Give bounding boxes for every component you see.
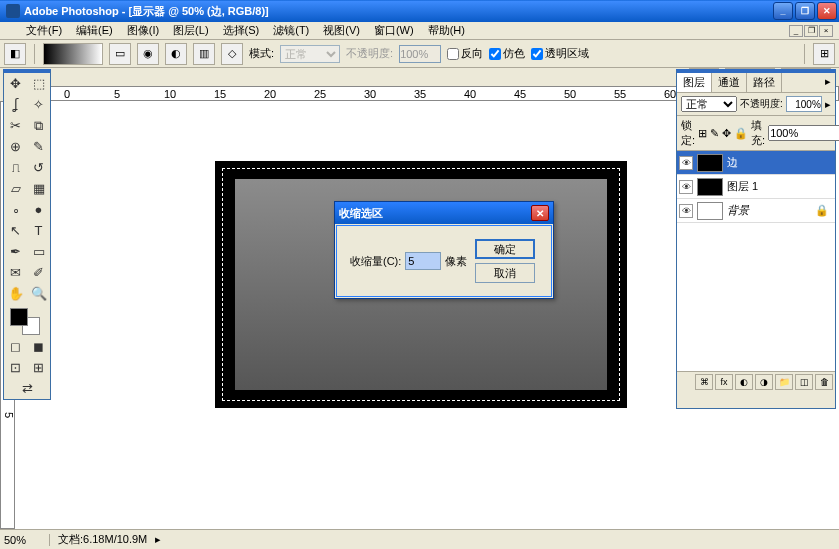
lock-pos-icon[interactable]: ✥ (722, 127, 731, 140)
tab-paths[interactable]: 路径 (747, 73, 782, 92)
maximize-button[interactable]: ❐ (795, 2, 815, 20)
mode-select[interactable]: 正常 (280, 45, 340, 63)
layer-row[interactable]: 👁 图层 1 (677, 175, 835, 199)
fx-icon[interactable]: fx (715, 374, 733, 390)
minimize-button[interactable]: _ (773, 2, 793, 20)
lock-all-icon[interactable]: 🔒 (734, 127, 748, 140)
mask-icon[interactable]: ◐ (735, 374, 753, 390)
cancel-button[interactable]: 取消 (475, 263, 535, 283)
doc-minimize-button[interactable]: _ (789, 25, 803, 37)
menu-layer[interactable]: 图层(L) (167, 22, 214, 39)
options-bar: ◧ ▭ ◉ ◐ ▥ ◇ 模式: 正常 不透明度: 反向 仿色 透明区域 ⊞ (0, 40, 839, 68)
layer-thumbnail[interactable] (697, 202, 723, 220)
visibility-icon[interactable]: 👁 (679, 204, 693, 218)
panel-menu-icon[interactable]: ▸ (821, 73, 835, 92)
adjustment-icon[interactable]: ◑ (755, 374, 773, 390)
jump-to-imageready[interactable]: ⇄ (4, 378, 50, 399)
visibility-icon[interactable]: 👁 (679, 156, 693, 170)
menu-image[interactable]: 图像(I) (121, 22, 165, 39)
transparency-label: 透明区域 (545, 46, 589, 61)
notes-tool[interactable]: ✉ (4, 262, 27, 283)
transparency-checkbox[interactable] (531, 48, 543, 60)
blur-tool[interactable]: ∘ (4, 199, 27, 220)
reverse-checkbox[interactable] (447, 48, 459, 60)
quickmask-mode-icon[interactable]: ◼ (27, 336, 50, 357)
eraser-tool[interactable]: ▱ (4, 178, 27, 199)
marquee-tool[interactable]: ⬚ (27, 73, 50, 94)
status-arrow-icon[interactable]: ▸ (155, 533, 161, 546)
ok-button[interactable]: 确定 (475, 239, 535, 259)
lock-pixels-icon[interactable]: ✎ (710, 127, 719, 140)
lasso-tool[interactable]: ʆ (4, 94, 27, 115)
lock-trans-icon[interactable]: ⊞ (698, 127, 707, 140)
wand-tool[interactable]: ✧ (27, 94, 50, 115)
dither-checkbox[interactable] (489, 48, 501, 60)
layer-name: 边 (727, 155, 738, 170)
path-tool[interactable]: ↖ (4, 220, 27, 241)
fill-input[interactable] (768, 125, 839, 141)
eyedropper-tool[interactable]: ✐ (27, 262, 50, 283)
foreground-color[interactable] (10, 308, 28, 326)
gradient-radial-icon[interactable]: ◉ (137, 43, 159, 65)
dodge-tool[interactable]: ● (27, 199, 50, 220)
close-button[interactable]: ✕ (817, 2, 837, 20)
crop-tool[interactable]: ✂ (4, 115, 27, 136)
brush-tool[interactable]: ✎ (27, 136, 50, 157)
dialog-titlebar[interactable]: 收缩选区 ✕ (335, 202, 553, 224)
reverse-label: 反向 (461, 46, 483, 61)
hand-tool[interactable]: ✋ (4, 283, 27, 304)
dialog-close-button[interactable]: ✕ (531, 205, 549, 221)
document-size[interactable]: 文档:6.18M/10.9M (50, 532, 155, 547)
menu-filter[interactable]: 滤镜(T) (267, 22, 315, 39)
opacity-input[interactable] (399, 45, 441, 63)
folder-icon[interactable]: 📁 (775, 374, 793, 390)
window-titlebar: Adobe Photoshop - [显示器 @ 50% (边, RGB/8)]… (0, 0, 839, 22)
history-brush-tool[interactable]: ↺ (27, 157, 50, 178)
layer-thumbnail[interactable] (697, 154, 723, 172)
gradient-reflected-icon[interactable]: ▥ (193, 43, 215, 65)
layer-thumbnail[interactable] (697, 178, 723, 196)
visibility-icon[interactable]: 👁 (679, 180, 693, 194)
menu-file[interactable]: 文件(F) (20, 22, 68, 39)
opacity-arrow-icon[interactable]: ▸ (825, 98, 831, 111)
screen-full-icon[interactable]: ⊞ (27, 357, 50, 378)
blend-mode-select[interactable]: 正常 (681, 96, 737, 112)
menu-help[interactable]: 帮助(H) (422, 22, 471, 39)
new-layer-icon[interactable]: ◫ (795, 374, 813, 390)
doc-restore-button[interactable]: ❐ (804, 25, 818, 37)
layer-opacity-input[interactable] (786, 96, 822, 112)
color-swatches[interactable] (4, 304, 50, 336)
opacity-label: 不透明度: (346, 46, 393, 61)
layer-name: 图层 1 (727, 179, 758, 194)
contract-by-input[interactable] (405, 252, 441, 270)
tab-channels[interactable]: 通道 (712, 73, 747, 92)
palette-well-icon[interactable]: ⊞ (813, 43, 835, 65)
trash-icon[interactable]: 🗑 (815, 374, 833, 390)
menu-view[interactable]: 视图(V) (317, 22, 366, 39)
stamp-tool[interactable]: ⎍ (4, 157, 27, 178)
menu-window[interactable]: 窗口(W) (368, 22, 420, 39)
screen-standard-icon[interactable]: ⊡ (4, 357, 27, 378)
move-tool[interactable]: ✥ (4, 73, 27, 94)
zoom-level[interactable]: 50% (0, 534, 50, 546)
zoom-tool[interactable]: 🔍 (27, 283, 50, 304)
slice-tool[interactable]: ⧉ (27, 115, 50, 136)
link-icon[interactable]: ⌘ (695, 374, 713, 390)
doc-close-button[interactable]: × (819, 25, 833, 37)
shape-tool[interactable]: ▭ (27, 241, 50, 262)
gradient-swatch[interactable] (43, 43, 103, 65)
gradient-tool[interactable]: ▦ (27, 178, 50, 199)
standard-mode-icon[interactable]: ◻ (4, 336, 27, 357)
type-tool[interactable]: T (27, 220, 50, 241)
heal-tool[interactable]: ⊕ (4, 136, 27, 157)
tool-preset-icon[interactable]: ◧ (4, 43, 26, 65)
layer-row[interactable]: 👁 边 (677, 151, 835, 175)
gradient-angle-icon[interactable]: ◐ (165, 43, 187, 65)
tab-layers[interactable]: 图层 (677, 73, 712, 92)
gradient-diamond-icon[interactable]: ◇ (221, 43, 243, 65)
layer-row[interactable]: 👁 背景 🔒 (677, 199, 835, 223)
menu-select[interactable]: 选择(S) (217, 22, 266, 39)
gradient-linear-icon[interactable]: ▭ (109, 43, 131, 65)
menu-edit[interactable]: 编辑(E) (70, 22, 119, 39)
pen-tool[interactable]: ✒ (4, 241, 27, 262)
